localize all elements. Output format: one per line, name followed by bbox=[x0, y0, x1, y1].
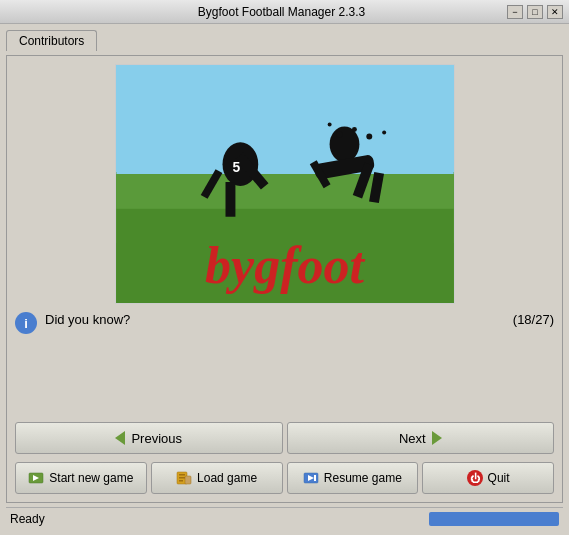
start-new-game-label: Start new game bbox=[49, 471, 133, 485]
svg-rect-24 bbox=[179, 477, 185, 479]
window-title: Bygfoot Football Manager 2.3.3 bbox=[56, 5, 507, 19]
nav-buttons: Previous Next bbox=[15, 422, 554, 454]
svg-point-17 bbox=[366, 133, 372, 139]
previous-arrow-icon bbox=[115, 431, 125, 445]
load-game-button[interactable]: Load game bbox=[151, 462, 283, 494]
did-you-know-label: Did you know? bbox=[45, 312, 505, 327]
resume-game-button[interactable]: Resume game bbox=[287, 462, 419, 494]
previous-button[interactable]: Previous bbox=[15, 422, 283, 454]
svg-point-15 bbox=[336, 131, 342, 137]
tab-bar: Contributors bbox=[6, 30, 563, 51]
svg-rect-29 bbox=[314, 475, 316, 481]
svg-rect-26 bbox=[185, 476, 191, 484]
close-button[interactable]: ✕ bbox=[547, 5, 563, 19]
logo-container: 5 bbox=[15, 64, 554, 304]
next-arrow-icon bbox=[432, 431, 442, 445]
svg-rect-25 bbox=[179, 480, 183, 482]
window-controls: − □ ✕ bbox=[507, 5, 563, 19]
svg-point-19 bbox=[382, 130, 386, 134]
previous-label: Previous bbox=[131, 431, 182, 446]
logo-image: 5 bbox=[115, 64, 455, 304]
load-game-label: Load game bbox=[197, 471, 257, 485]
svg-rect-4 bbox=[225, 182, 235, 217]
load-game-icon bbox=[176, 470, 192, 486]
content-area: 5 bbox=[6, 55, 563, 503]
quit-button[interactable]: ⏻ Quit bbox=[422, 462, 554, 494]
maximize-button[interactable]: □ bbox=[527, 5, 543, 19]
status-text: Ready bbox=[10, 512, 421, 526]
did-you-know-section: i Did you know? (18/27) bbox=[15, 312, 554, 352]
status-progress-bar bbox=[429, 512, 559, 526]
did-you-know-counter: (18/27) bbox=[513, 312, 554, 327]
resume-game-icon bbox=[303, 470, 319, 486]
next-label: Next bbox=[399, 431, 426, 446]
minimize-button[interactable]: − bbox=[507, 5, 523, 19]
resume-game-label: Resume game bbox=[324, 471, 402, 485]
titlebar: Bygfoot Football Manager 2.3.3 − □ ✕ bbox=[0, 0, 569, 24]
svg-rect-0 bbox=[116, 65, 453, 174]
svg-text:5: 5 bbox=[232, 159, 240, 175]
status-bar: Ready bbox=[6, 507, 563, 529]
svg-point-18 bbox=[327, 123, 331, 127]
svg-point-16 bbox=[351, 127, 356, 132]
next-button[interactable]: Next bbox=[287, 422, 555, 454]
logo-text: bygfoot bbox=[116, 236, 454, 295]
tab-contributors[interactable]: Contributors bbox=[6, 30, 97, 51]
action-buttons: Start new game Load game Resume bbox=[15, 462, 554, 494]
spacer bbox=[15, 360, 554, 414]
quit-icon: ⏻ bbox=[467, 470, 483, 486]
quit-label: Quit bbox=[488, 471, 510, 485]
info-icon: i bbox=[15, 312, 37, 334]
main-window: Contributors bbox=[0, 24, 569, 535]
start-game-icon bbox=[28, 470, 44, 486]
start-new-game-button[interactable]: Start new game bbox=[15, 462, 147, 494]
svg-rect-23 bbox=[179, 474, 185, 476]
